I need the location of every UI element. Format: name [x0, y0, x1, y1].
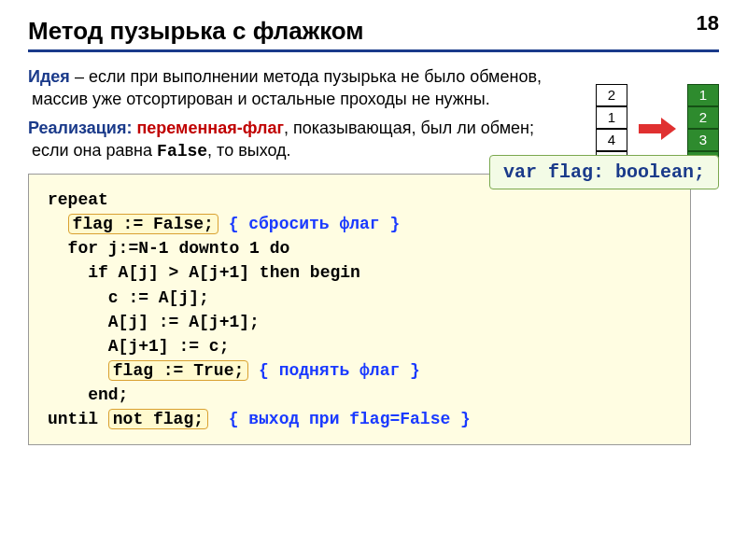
- idea-text: – если при выполнении метода пузырька не…: [32, 67, 542, 108]
- highlight-flag-false: flag := False;: [68, 214, 218, 234]
- code-line: flag := True; { поднять флаг }: [48, 358, 675, 383]
- cell: 3: [687, 129, 719, 151]
- idea-label: Идея: [28, 67, 70, 86]
- highlight-not-flag: not flag;: [108, 409, 208, 429]
- var-declaration-callout: var flag: boolean;: [489, 155, 719, 189]
- cell: 4: [596, 129, 627, 151]
- slide: 18 Метод пузырька с флажком Идея – если …: [0, 0, 747, 464]
- code-line: end;: [48, 383, 675, 407]
- code-block: repeat flag := False; { сбросить флаг } …: [28, 174, 691, 445]
- highlight-flag-true: flag := True;: [108, 360, 248, 381]
- code-line: for j:=N-1 downto 1 do: [48, 236, 675, 260]
- arrow-icon: [639, 118, 676, 140]
- code-line: repeat: [48, 188, 675, 212]
- title-underline: [28, 49, 719, 52]
- code-comment: { поднять флаг }: [248, 361, 420, 380]
- code-comment: { выход при flag=False }: [208, 410, 471, 428]
- impl-paragraph: Реализация: переменная-флаг, показывающа…: [28, 117, 551, 163]
- code-line: A[j] := A[j+1];: [48, 310, 675, 334]
- code-line: flag := False; { сбросить флаг }: [48, 212, 675, 236]
- impl-text-2: , то выход.: [207, 141, 290, 160]
- idea-paragraph: Идея – если при выполнении метода пузырь…: [28, 65, 551, 111]
- cell: 2: [687, 106, 719, 129]
- code-line: if A[j] > A[j+1] then begin: [48, 260, 675, 285]
- flag-var-label: переменная-флаг: [136, 119, 283, 137]
- code-line: A[j+1] := с;: [48, 334, 675, 358]
- code-comment: { сбросить флаг }: [218, 215, 400, 233]
- cell: 1: [687, 84, 719, 106]
- code-line: until not flag; { выход при flag=False }: [48, 407, 675, 431]
- impl-label: Реализация:: [28, 119, 132, 137]
- code-line: с := A[j];: [48, 286, 675, 310]
- slide-title: Метод пузырька с флажком: [28, 17, 719, 46]
- false-word: False: [157, 142, 207, 161]
- cell: 2: [596, 84, 627, 106]
- cell: 1: [596, 106, 627, 129]
- page-number: 18: [697, 11, 719, 35]
- code-area: var flag: boolean; repeat flag := False;…: [28, 174, 719, 445]
